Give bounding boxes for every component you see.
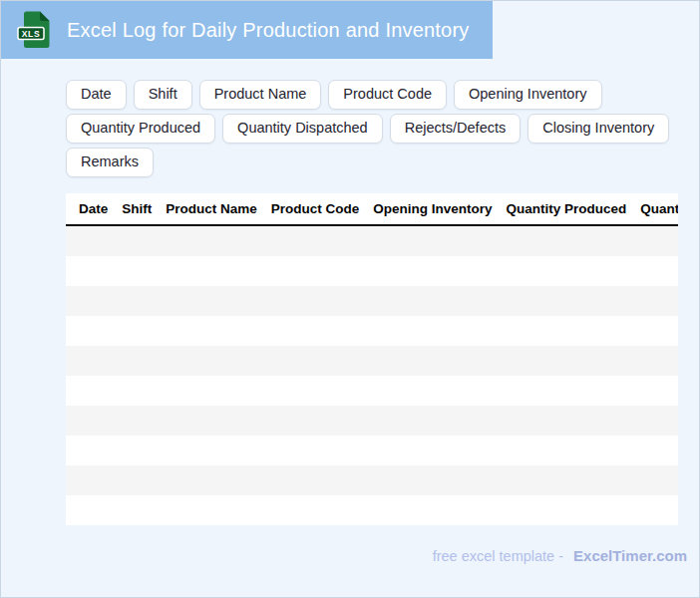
- table-body: [66, 226, 678, 525]
- chip-date[interactable]: Date: [66, 80, 127, 110]
- header-bar: XLS Excel Log for Daily Production and I…: [1, 1, 493, 59]
- table-row: [66, 495, 678, 525]
- column-header-quantity-produced: Quantity Produced: [507, 201, 627, 216]
- inventory-log-table: DateShiftProduct NameProduct CodeOpening…: [66, 193, 678, 525]
- chip-row: DateShiftProduct NameProduct CodeOpening…: [66, 80, 670, 110]
- table-row: [66, 465, 678, 495]
- chip-shift[interactable]: Shift: [134, 80, 192, 110]
- table-row: [66, 406, 678, 436]
- chip-rejects-defects[interactable]: Rejects/Defects: [390, 114, 522, 144]
- page: { "header": { "title": "Excel Log for Da…: [0, 0, 700, 598]
- column-header-quantity-dispatched: Quantity Dispatched: [640, 201, 678, 216]
- chip-row: Quantity ProducedQuantity DispatchedReje…: [66, 114, 670, 144]
- chip-quantity-dispatched[interactable]: Quantity Dispatched: [222, 114, 383, 144]
- chip-remarks[interactable]: Remarks: [66, 148, 154, 177]
- footer: free excel template - ExcelTimer.com: [433, 547, 687, 564]
- chip-product-code[interactable]: Product Code: [328, 80, 447, 110]
- table-row: [66, 376, 678, 406]
- table-header-row: DateShiftProduct NameProduct CodeOpening…: [66, 193, 678, 226]
- column-header-opening-inventory: Opening Inventory: [373, 201, 492, 216]
- page-title: Excel Log for Daily Production and Inven…: [67, 19, 469, 42]
- table-row: [66, 256, 678, 286]
- column-header-date: Date: [79, 201, 108, 216]
- footer-label: free excel template -: [433, 548, 563, 564]
- column-header-product-name: Product Name: [166, 201, 257, 216]
- column-header-product-code: Product Code: [271, 201, 360, 216]
- table-row: [66, 316, 678, 346]
- table-row: [66, 286, 678, 316]
- chip-row: Remarks: [66, 148, 670, 177]
- xls-icon-label: XLS: [22, 29, 40, 39]
- column-header-shift: Shift: [122, 201, 152, 216]
- chip-opening-inventory[interactable]: Opening Inventory: [454, 80, 602, 110]
- chip-quantity-produced[interactable]: Quantity Produced: [66, 114, 215, 144]
- table-row: [66, 346, 678, 376]
- xls-file-icon: XLS: [17, 11, 51, 49]
- field-chips: DateShiftProduct NameProduct CodeOpening…: [66, 80, 670, 177]
- chip-closing-inventory[interactable]: Closing Inventory: [527, 114, 669, 144]
- chip-product-name[interactable]: Product Name: [199, 80, 322, 110]
- footer-brand-link[interactable]: ExcelTimer.com: [573, 547, 687, 564]
- table-row: [66, 226, 678, 256]
- table-row: [66, 436, 678, 465]
